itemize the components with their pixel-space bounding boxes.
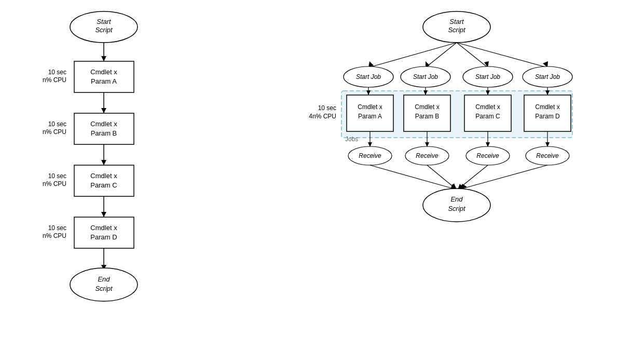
right-end-label2: Script [448, 205, 466, 212]
arrowhead-start-to-a [101, 56, 106, 61]
arrow-start-job3 [457, 43, 488, 68]
left-cmdlet-c-box [74, 165, 134, 196]
right-end-label1: End [450, 195, 463, 203]
side-label-d-line2: n% CPU [43, 232, 66, 239]
side-label-b-line1: 10 sec [48, 120, 66, 128]
right-cmdlet-b-l2: Param B [415, 113, 440, 120]
left-end-label1: End [98, 275, 110, 283]
right-start-label1: Start [449, 18, 464, 25]
arrowhead-c-to-d [101, 212, 106, 217]
right-side-label-l1: 10 sec [318, 104, 336, 112]
receive-4-label: Receive [536, 152, 559, 159]
left-cmdlet-b-box [74, 113, 134, 144]
receive-1-label: Receive [359, 152, 381, 159]
side-label-b-line2: n% CPU [43, 128, 66, 136]
arrow-start-job2 [426, 43, 457, 68]
arrow-recv1-end [370, 165, 457, 190]
left-cmdlet-d-line1: Cmdlet x [90, 224, 117, 232]
receive-2-label: Receive [416, 152, 439, 159]
right-cmdlet-b-l1: Cmdlet x [415, 103, 439, 111]
arrow-start-job4 [457, 43, 547, 68]
left-cmdlet-b-line2: Param B [91, 129, 117, 137]
right-start-label2: Script [448, 26, 466, 34]
arrowhead-b-to-c [101, 160, 106, 165]
right-cmdlet-d-l2: Param D [535, 113, 560, 120]
left-start-label2: Script [95, 26, 113, 34]
left-cmdlet-c-line2: Param C [90, 181, 117, 189]
left-cmdlet-c-line1: Cmdlet x [90, 172, 117, 180]
diagram-container: Start Script Cmdlet x Param A 10 sec n% … [0, 0, 644, 349]
side-label-c-line1: 10 sec [48, 172, 66, 180]
start-job-4-label: Start Job [535, 73, 560, 80]
main-svg: Start Script Cmdlet x Param A 10 sec n% … [0, 0, 644, 349]
side-label-a-line2: n% CPU [43, 76, 66, 84]
start-job-1-label: Start Job [356, 73, 381, 80]
right-cmdlet-a-l1: Cmdlet x [358, 103, 382, 111]
arrowhead-a-to-b [101, 108, 106, 113]
right-cmdlet-c-l1: Cmdlet x [475, 103, 500, 111]
left-cmdlet-a-line2: Param A [91, 77, 117, 85]
side-label-c-line2: n% CPU [43, 180, 66, 187]
side-label-d-line1: 10 sec [48, 224, 66, 232]
side-label-a-line1: 10 sec [48, 69, 66, 76]
left-cmdlet-a-box [74, 61, 134, 92]
right-cmdlet-a-l2: Param A [358, 113, 382, 120]
right-cmdlet-d-l1: Cmdlet x [535, 103, 559, 111]
start-job-2-label: Start Job [413, 73, 438, 80]
left-cmdlet-d-line2: Param D [90, 233, 117, 241]
jobs-label: Jobs [345, 136, 358, 143]
left-cmdlet-d-box [74, 217, 134, 248]
left-cmdlet-b-line1: Cmdlet x [90, 120, 117, 128]
right-side-label-l2: 4n% CPU [309, 113, 336, 120]
right-cmdlet-c-l2: Param C [475, 113, 500, 120]
start-job-3-label: Start Job [475, 73, 500, 80]
receive-3-label: Receive [476, 152, 499, 159]
left-start-label: Start [97, 18, 112, 25]
arrow-recv4-end [459, 165, 547, 190]
left-cmdlet-a-line1: Cmdlet x [90, 68, 117, 76]
arrow-start-job1 [368, 43, 457, 68]
left-end-label2: Script [95, 285, 113, 292]
